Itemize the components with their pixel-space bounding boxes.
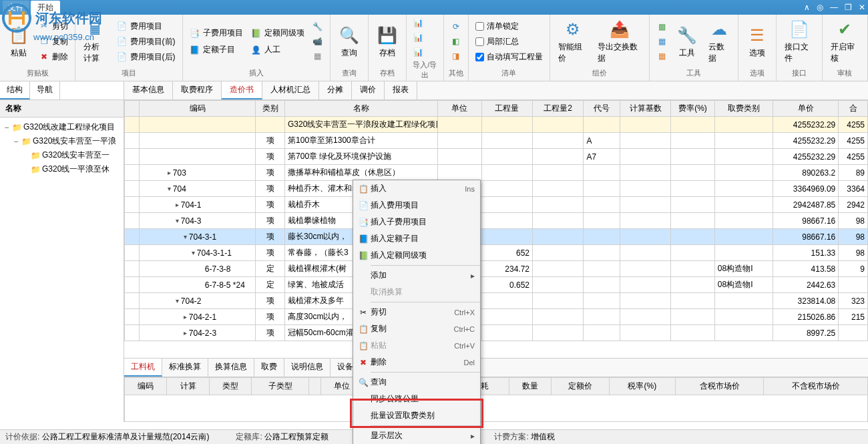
io-btn2[interactable]: 📊 bbox=[411, 31, 427, 44]
tree-node[interactable]: G320线安丰营至一 bbox=[42, 150, 110, 161]
bottom-header-cell[interactable]: 类型 bbox=[209, 378, 251, 395]
grid-header-cell[interactable]: 工程量2 bbox=[533, 101, 584, 117]
bottom-header-cell[interactable] bbox=[309, 378, 320, 395]
cut-button[interactable]: ✂剪切 bbox=[36, 19, 71, 33]
bottom-tab[interactable]: 标准换算 bbox=[162, 359, 208, 377]
insert-extra3-button[interactable]: ▦ bbox=[310, 49, 326, 63]
bottom-tab[interactable]: 换算信息 bbox=[208, 359, 254, 377]
grid-header-cell[interactable]: 类别 bbox=[256, 101, 285, 117]
main-grid[interactable]: 编码类别名称单位工程量工程量2代号计算基数费率(%)取费类别单价合 G320线安… bbox=[124, 100, 868, 341]
grid-header-cell[interactable]: 单价 bbox=[773, 101, 839, 117]
analysis-button[interactable]: 🖩 分析计算 bbox=[79, 16, 112, 67]
grid-row[interactable]: ▾704-3-1项藤长30cm以内，98667.1698 bbox=[125, 229, 868, 245]
insert-extra2-button[interactable]: 📹 bbox=[310, 35, 326, 48]
grid-row[interactable]: ▸703项撒播草种和铺植草皮（休息区）890263.289 bbox=[125, 165, 868, 181]
tool-button[interactable]: 🔧工具 bbox=[672, 22, 702, 61]
menu-item[interactable]: ✖删除Del bbox=[353, 354, 480, 371]
tab-price-book[interactable]: 造价书 bbox=[222, 81, 262, 99]
cloud-button[interactable]: ☁云数据 bbox=[704, 16, 734, 67]
bottom-header-cell[interactable]: 数量 bbox=[509, 378, 551, 395]
fee-item-button[interactable]: 📄费用项目 bbox=[114, 19, 178, 33]
bottom-grid[interactable]: 编码计算类型子类型单位定额消耗调整消耗数量定额价税率(%)含税市场价不含税市场价 bbox=[124, 377, 868, 422]
grid-row[interactable]: ▾704-3项栽植攀缘植物98667.1698 bbox=[125, 213, 868, 229]
interface-button[interactable]: 📄接口文件 bbox=[781, 16, 817, 67]
grid-header-cell[interactable]: 取费类别 bbox=[714, 101, 773, 117]
close-icon[interactable]: ✕ bbox=[859, 3, 865, 12]
grid-row[interactable]: ▾704-2项栽植灌木及多年323814.08323 bbox=[125, 293, 868, 309]
help-icon[interactable]: ◎ bbox=[817, 3, 823, 12]
menu-item[interactable]: 📋复制Ctrl+C bbox=[353, 320, 480, 337]
auto-fill-checkbox[interactable]: 自动填写工程量 bbox=[473, 50, 546, 64]
tool-btn2[interactable]: ▦ bbox=[654, 35, 670, 48]
grid-row[interactable]: 6-7-8-5 *24定绿篱、地被成活0.65208构造物I2442.63 bbox=[125, 277, 868, 293]
menu-item[interactable]: 📄插入费用项目 bbox=[353, 197, 480, 214]
audit-button[interactable]: ✔开启审核 bbox=[827, 16, 863, 67]
grid-row[interactable]: ▾704-3-1-1项常春藤，（藤长3652151.3398 bbox=[125, 245, 868, 261]
bottom-tab[interactable]: 工料机 bbox=[124, 359, 162, 377]
fee-item-after-button[interactable]: 📄费用项目(后) bbox=[114, 50, 178, 64]
other-btn2[interactable]: ◧ bbox=[448, 35, 464, 48]
quota-sub-button[interactable]: 📘定额子目 bbox=[187, 43, 246, 57]
grid-header-cell[interactable]: 工程量 bbox=[481, 101, 532, 117]
grid-header-cell[interactable]: 代号 bbox=[584, 101, 620, 117]
grid-row[interactable]: ▸704-2-3项冠幅50cm-60cm灌8997.25 bbox=[125, 325, 868, 341]
local-sum-checkbox[interactable]: 局部汇总 bbox=[473, 35, 546, 49]
context-menu[interactable]: 📋插入Ins📄插入费用项目📑插入子费用项目📘插入定额子目📗插入定额同级项添加▸取… bbox=[353, 180, 481, 444]
bottom-header-cell[interactable]: 不含税市场价 bbox=[764, 378, 868, 395]
menu-item[interactable]: 批量设置取费类别 bbox=[353, 407, 480, 424]
grid-header-cell[interactable]: 合 bbox=[839, 101, 868, 117]
menu-item[interactable]: ✂剪切Ctrl+X bbox=[353, 304, 480, 320]
export-data-button[interactable]: 📤导出交换数据 bbox=[594, 16, 645, 67]
bottom-header-cell[interactable]: 税率(%) bbox=[609, 378, 675, 395]
maximize-icon[interactable]: ❐ bbox=[845, 3, 852, 12]
menu-item[interactable]: 显示层次▸ bbox=[353, 427, 480, 444]
grid-row[interactable]: 项第100章至第1300章合计A4255232.294255 bbox=[125, 133, 868, 149]
tab-fee-prog[interactable]: 取费程序 bbox=[173, 81, 222, 99]
tree-node[interactable]: G320线改建工程绿化项目 bbox=[23, 122, 115, 133]
quota-same-button[interactable]: 📗定额同级项 bbox=[248, 26, 307, 40]
bottom-tab[interactable]: 说明信息 bbox=[284, 359, 331, 377]
grid-row[interactable]: G320线安丰营至一平浪段改建工程绿化项目4255232.294255 bbox=[125, 117, 868, 133]
grid-header-cell[interactable]: 计算基数 bbox=[620, 101, 670, 117]
bottom-header-cell[interactable]: 定额价 bbox=[552, 378, 609, 395]
labor-button[interactable]: 👤人工 bbox=[248, 43, 307, 57]
tool-btn3[interactable]: ▦ bbox=[654, 49, 670, 63]
grid-header-cell[interactable] bbox=[125, 101, 140, 117]
save-button[interactable]: 💾存档 bbox=[373, 22, 402, 61]
grid-row[interactable]: 6-7-3-8定栽植裸根灌木(树234.7208构造物I413.589 bbox=[125, 261, 868, 277]
tree-node[interactable]: G320线一平浪至休 bbox=[42, 164, 110, 175]
tab-adjust[interactable]: 调价 bbox=[352, 81, 385, 99]
file-tab[interactable]: 文件 bbox=[3, 1, 29, 15]
tab-nav[interactable]: 导航 bbox=[30, 81, 60, 99]
grid-row[interactable]: 项第700章 绿化及环境保护设施A74255232.294255 bbox=[125, 149, 868, 165]
option-button[interactable]: ☰选项 bbox=[742, 22, 772, 61]
grid-row[interactable]: ▸704-2-1项高度30cm以内，215026.86215 bbox=[125, 309, 868, 325]
insert-extra1-button[interactable]: 🔧 bbox=[310, 20, 326, 33]
bottom-header-cell[interactable]: 子类型 bbox=[252, 378, 309, 395]
grid-header-cell[interactable]: 编码 bbox=[139, 101, 256, 117]
other-btn3[interactable]: ◨ bbox=[448, 49, 464, 63]
grid-row[interactable]: ▸704-1项栽植乔木2942487.852942 bbox=[125, 197, 868, 213]
menu-item[interactable]: 添加▸ bbox=[353, 267, 480, 284]
tab-share[interactable]: 分摊 bbox=[319, 81, 352, 99]
project-tree[interactable]: −📁G320线改建工程绿化项目 −📁G320线安丰营至一平浪 📁G320线安丰营… bbox=[0, 118, 124, 179]
sub-fee-button[interactable]: 📑子费用项目 bbox=[187, 26, 246, 40]
up-icon[interactable]: ∧ bbox=[804, 3, 810, 12]
smart-combine-button[interactable]: ⚙智能组价 bbox=[554, 16, 591, 67]
minimize-icon[interactable]: — bbox=[830, 3, 838, 12]
grid-header-cell[interactable]: 费率(%) bbox=[671, 101, 714, 117]
io-btn1[interactable]: 📊 bbox=[411, 16, 427, 29]
menu-item[interactable]: 📗插入定额同级项 bbox=[353, 247, 480, 264]
paste-button[interactable]: 📋 粘贴 bbox=[4, 22, 33, 61]
menu-item[interactable]: 📘插入定额子目 bbox=[353, 230, 480, 247]
start-tab[interactable]: 开始 bbox=[31, 1, 60, 15]
list-lock-checkbox[interactable]: 清单锁定 bbox=[473, 19, 546, 33]
menu-item[interactable]: 📋插入Ins bbox=[353, 180, 480, 197]
tab-basic[interactable]: 基本信息 bbox=[124, 81, 173, 99]
menu-item[interactable]: 📑插入子费用项目 bbox=[353, 214, 480, 230]
grid-row[interactable]: ▾704项种植乔木、灌木和攀缘植物（休息区）3364969.093364 bbox=[125, 181, 868, 197]
tab-structure[interactable]: 结构 bbox=[0, 81, 30, 99]
grid-header-cell[interactable]: 单位 bbox=[438, 101, 481, 117]
menu-item[interactable]: 🔍查询 bbox=[353, 374, 480, 391]
query-button[interactable]: 🔍查询 bbox=[335, 22, 364, 61]
